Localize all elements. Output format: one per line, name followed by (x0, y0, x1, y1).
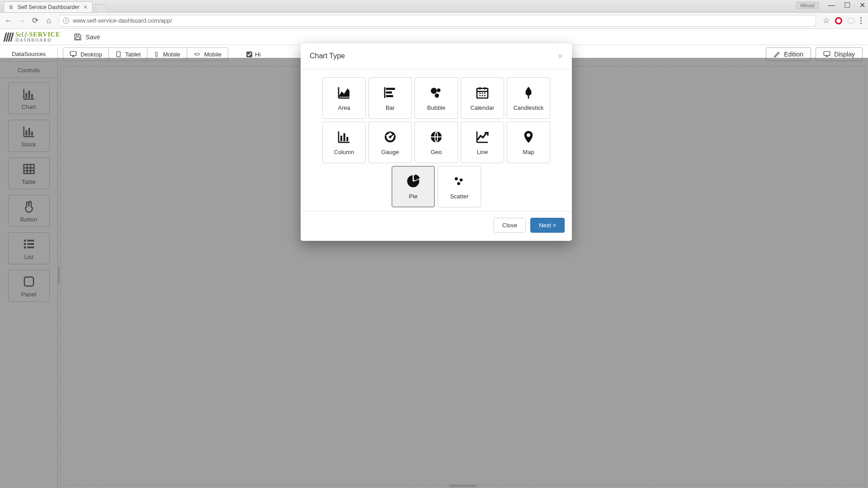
chart-type-area[interactable]: Area (322, 77, 366, 119)
phone-icon (154, 51, 159, 58)
new-tab-button[interactable] (94, 4, 108, 12)
cloud-icon[interactable] (848, 18, 855, 23)
chart-type-label: Bubble (427, 104, 445, 111)
modal-close-icon[interactable]: × (557, 52, 563, 61)
app-header: SeLf-SERVICE DASHBOARD Save (0, 29, 868, 45)
window-maximize-icon[interactable]: ☐ (844, 1, 850, 9)
chart-type-label: Column (334, 149, 354, 155)
window-minimize-icon[interactable]: — (828, 1, 835, 9)
window-controls: Mikael — ☐ ✕ (796, 1, 865, 9)
hide-checkbox-input[interactable] (246, 52, 252, 57)
map-icon (520, 130, 537, 144)
tab-close-icon[interactable]: ✕ (83, 4, 88, 10)
modal-title: Chart Type (310, 52, 345, 60)
chart-type-label: Candlestick (513, 104, 543, 111)
tab-title: Self Service Dashboarder (18, 4, 80, 10)
line-icon (474, 130, 491, 144)
nav-back-icon[interactable]: ← (5, 16, 12, 25)
site-info-icon[interactable]: i (63, 18, 69, 24)
hide-checkbox[interactable]: Hi (246, 51, 260, 58)
monitor-icon (70, 51, 77, 58)
chart-type-geo[interactable]: Geo (415, 122, 458, 163)
candlestick-icon (520, 85, 537, 100)
opera-icon[interactable] (835, 17, 842, 24)
display-label: Display (834, 51, 855, 58)
floppy-icon (74, 33, 82, 41)
chart-type-label: Area (338, 104, 350, 111)
chart-type-label: Map (523, 149, 534, 155)
brand-logo: SeLf-SERVICE DASHBOARD (5, 32, 60, 42)
address-bar: ← → ⟳ ⌂ i www.self-service-dashboard.com… (0, 13, 868, 29)
save-button[interactable]: Save (74, 33, 100, 41)
chart-type-label: Pie (409, 193, 418, 200)
next-button[interactable]: Next > (530, 218, 565, 233)
chart-type-bar[interactable]: Bar (368, 77, 412, 119)
chart-type-label: Scatter (450, 193, 468, 200)
chart-type-modal: Chart Type × AreaBarBubbleCalendarCandle… (301, 43, 572, 241)
bookmark-star-icon[interactable]: ☆ (822, 16, 830, 25)
edition-label: Edition (784, 51, 803, 58)
column-icon (336, 130, 352, 144)
device-label: Mobile (163, 51, 180, 58)
device-label: Desktop (80, 51, 102, 58)
url-input[interactable]: i www.self-service-dashboard.com/app/ (59, 15, 816, 27)
calendar-icon (474, 85, 491, 100)
scatter-icon (451, 174, 467, 188)
phone-landscape-icon (193, 52, 201, 57)
nav-home-icon[interactable]: ⌂ (45, 16, 52, 25)
nav-forward-icon[interactable]: → (18, 16, 25, 25)
chart-type-label: Geo (431, 149, 442, 155)
monitor-icon (823, 51, 830, 58)
user-chip[interactable]: Mikael (796, 2, 819, 9)
pie-icon (405, 174, 421, 188)
chart-type-label: Calendar (471, 104, 495, 111)
save-label: Save (85, 33, 100, 41)
close-button[interactable]: Close (494, 218, 526, 233)
device-label: Tablet (125, 51, 141, 58)
gauge-icon (382, 130, 398, 144)
page: SeLf-SERVICE DASHBOARD Save DataSources … (0, 29, 868, 488)
hide-label: Hi (255, 51, 260, 58)
chart-type-line[interactable]: Line (461, 122, 504, 163)
browser-menu-icon[interactable] (860, 17, 862, 24)
geo-icon (428, 130, 444, 144)
brand-word-1: SeLf (15, 31, 27, 38)
page-icon: 🗎 (9, 4, 14, 10)
pencil-icon (774, 51, 780, 58)
chart-type-label: Gauge (381, 149, 399, 155)
chart-type-label: Line (477, 149, 488, 155)
chart-type-gauge[interactable]: Gauge (368, 122, 412, 163)
brand-word-2: -SERVICE (27, 31, 60, 38)
chart-type-calendar[interactable]: Calendar (461, 77, 504, 119)
chart-type-label: Bar (386, 104, 395, 111)
nav-reload-icon[interactable]: ⟳ (32, 16, 39, 25)
chart-type-column[interactable]: Column (322, 122, 366, 163)
url-text: www.self-service-dashboard.com/app/ (73, 17, 172, 24)
brand-stripes-icon (5, 33, 13, 42)
area-icon (336, 85, 352, 100)
brand-subtitle: DASHBOARD (15, 38, 60, 42)
chart-type-scatter[interactable]: Scatter (438, 166, 481, 207)
chart-type-bubble[interactable]: Bubble (415, 77, 458, 119)
chart-type-candlestick[interactable]: Candlestick (507, 77, 550, 119)
device-label: Mobile (204, 51, 222, 58)
bubble-icon (428, 85, 444, 100)
window-close-icon[interactable]: ✕ (859, 1, 865, 9)
bar-icon (382, 85, 398, 100)
tablet-icon (115, 51, 122, 58)
browser-tab[interactable]: 🗎 Self Service Dashboarder ✕ (4, 1, 93, 12)
chart-type-map[interactable]: Map (507, 122, 550, 163)
browser-tab-strip: 🗎 Self Service Dashboarder ✕ Mikael — ☐ … (0, 0, 868, 13)
chart-type-pie[interactable]: Pie (392, 166, 435, 207)
